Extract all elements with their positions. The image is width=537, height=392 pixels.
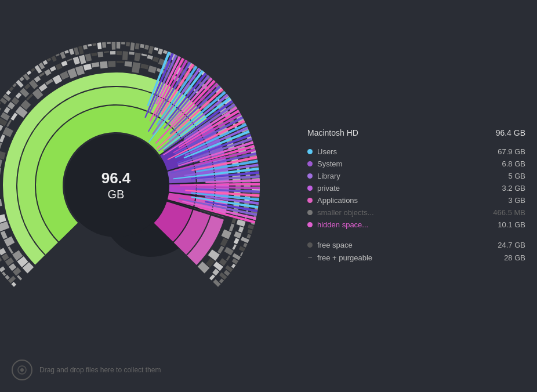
legend-label: Library xyxy=(317,172,340,180)
legend-label: free space xyxy=(317,241,353,249)
legend-size: 10.1 GB xyxy=(498,220,525,229)
legend-dot xyxy=(307,173,313,179)
legend-item[interactable]: free space24.7 GB xyxy=(307,239,525,251)
tilde-icon: ~ xyxy=(307,253,313,262)
legend-dot xyxy=(307,242,313,248)
legend-dot xyxy=(307,186,313,191)
legend-label: smaller objects... xyxy=(317,208,374,217)
drive-size: 96.4 GB xyxy=(496,128,525,137)
legend-label: free + purgeable xyxy=(317,253,372,262)
legend-items: Users67.9 GBSystem6.8 GBLibrary5 GBpriva… xyxy=(307,146,525,264)
legend-label: System xyxy=(317,159,342,168)
legend-dot xyxy=(307,198,313,203)
legend-label: hidden space... xyxy=(317,220,368,229)
drag-drop-circle[interactable] xyxy=(12,360,32,380)
svg-point-4 xyxy=(20,368,24,372)
legend-item[interactable]: Library5 GB xyxy=(307,170,525,182)
legend-label: private xyxy=(317,184,340,193)
chart-area: 96.4 GB xyxy=(0,0,302,392)
drag-drop-area: Drag and drop files here to collect them xyxy=(12,360,161,380)
legend-size: 466.5 MB xyxy=(493,208,525,217)
legend-item[interactable]: hidden space...10.1 GB xyxy=(307,219,525,231)
legend-size: 5 GB xyxy=(508,172,525,180)
legend-item[interactable]: Users67.9 GB xyxy=(307,146,525,158)
legend-size: 67.9 GB xyxy=(498,147,525,156)
legend-title: Macintosh HD 96.4 GB xyxy=(307,128,525,137)
legend-dot xyxy=(307,161,313,166)
legend-label: Applications xyxy=(317,196,358,205)
legend-item[interactable]: ~free + purgeable28 GB xyxy=(307,251,525,264)
legend-dot xyxy=(307,222,313,227)
legend-label: Users xyxy=(317,147,337,156)
legend-size: 3 GB xyxy=(508,196,525,205)
legend-item[interactable]: System6.8 GB xyxy=(307,158,525,170)
disk-chart-canvas[interactable] xyxy=(0,0,278,336)
legend-size: 6.8 GB xyxy=(502,159,525,168)
legend-size: 24.7 GB xyxy=(498,241,525,249)
legend-item[interactable]: Applications3 GB xyxy=(307,194,525,206)
legend-dot xyxy=(307,210,313,215)
legend-size: 28 GB xyxy=(504,253,525,262)
legend-size: 3.2 GB xyxy=(502,184,525,193)
legend-item[interactable]: private3.2 GB xyxy=(307,182,525,194)
legend-area: Macintosh HD 96.4 GB Users67.9 GBSystem6… xyxy=(302,117,537,275)
legend-dot xyxy=(307,149,313,154)
drop-icon xyxy=(17,365,27,375)
drag-drop-label: Drag and drop files here to collect them xyxy=(39,366,161,374)
legend-item[interactable]: smaller objects...466.5 MB xyxy=(307,206,525,219)
drive-name: Macintosh HD xyxy=(307,128,358,137)
main-container: 96.4 GB xyxy=(0,0,537,392)
